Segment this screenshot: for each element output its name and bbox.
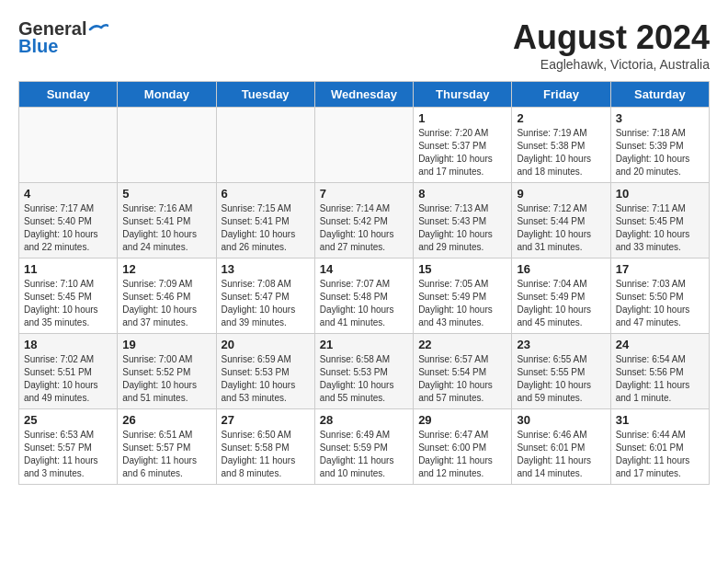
day-number: 11 bbox=[24, 262, 112, 276]
day-number: 16 bbox=[517, 262, 605, 276]
day-info: Sunrise: 6:55 AMSunset: 5:55 PMDaylight:… bbox=[517, 353, 605, 405]
day-cell: 11Sunrise: 7:10 AMSunset: 5:45 PMDayligh… bbox=[19, 259, 118, 334]
day-number: 28 bbox=[320, 413, 408, 427]
day-cell: 19Sunrise: 7:00 AMSunset: 5:52 PMDayligh… bbox=[118, 334, 216, 409]
day-cell: 14Sunrise: 7:07 AMSunset: 5:48 PMDayligh… bbox=[314, 259, 413, 334]
day-number: 3 bbox=[616, 111, 704, 125]
day-cell: 13Sunrise: 7:08 AMSunset: 5:47 PMDayligh… bbox=[216, 259, 314, 334]
day-cell: 22Sunrise: 6:57 AMSunset: 5:54 PMDayligh… bbox=[414, 334, 512, 409]
day-cell: 31Sunrise: 6:44 AMSunset: 6:01 PMDayligh… bbox=[610, 409, 709, 485]
week-row-1: 1Sunrise: 7:20 AMSunset: 5:37 PMDaylight… bbox=[19, 108, 710, 183]
day-number: 4 bbox=[24, 187, 112, 201]
col-header-monday: Monday bbox=[118, 82, 216, 108]
day-info: Sunrise: 6:58 AMSunset: 5:53 PMDaylight:… bbox=[320, 353, 408, 405]
week-row-2: 4Sunrise: 7:17 AMSunset: 5:40 PMDaylight… bbox=[19, 183, 710, 259]
day-number: 18 bbox=[24, 338, 112, 351]
day-number: 10 bbox=[616, 187, 704, 201]
day-number: 25 bbox=[24, 413, 112, 427]
day-number: 2 bbox=[517, 111, 605, 125]
day-info: Sunrise: 6:49 AMSunset: 5:59 PMDaylight:… bbox=[320, 429, 408, 480]
day-number: 15 bbox=[418, 262, 506, 276]
day-number: 1 bbox=[418, 111, 506, 125]
day-info: Sunrise: 6:59 AMSunset: 5:53 PMDaylight:… bbox=[222, 353, 310, 405]
day-cell: 1Sunrise: 7:20 AMSunset: 5:37 PMDaylight… bbox=[414, 108, 512, 183]
month-title: August 2024 bbox=[513, 18, 710, 57]
day-cell: 17Sunrise: 7:03 AMSunset: 5:50 PMDayligh… bbox=[610, 259, 709, 334]
day-cell: 30Sunrise: 6:46 AMSunset: 6:01 PMDayligh… bbox=[512, 409, 610, 485]
day-cell bbox=[118, 108, 216, 183]
col-header-sunday: Sunday bbox=[19, 82, 118, 108]
day-info: Sunrise: 7:03 AMSunset: 5:50 PMDaylight:… bbox=[616, 278, 704, 329]
day-number: 12 bbox=[122, 262, 210, 276]
day-number: 27 bbox=[222, 413, 310, 427]
day-cell: 4Sunrise: 7:17 AMSunset: 5:40 PMDaylight… bbox=[19, 183, 118, 259]
day-info: Sunrise: 6:47 AMSunset: 6:00 PMDaylight:… bbox=[418, 429, 506, 480]
location: Eaglehawk, Victoria, Australia bbox=[513, 57, 710, 72]
day-info: Sunrise: 7:04 AMSunset: 5:49 PMDaylight:… bbox=[517, 278, 605, 329]
day-number: 14 bbox=[320, 262, 408, 276]
day-info: Sunrise: 7:10 AMSunset: 5:45 PMDaylight:… bbox=[24, 278, 112, 329]
day-cell: 26Sunrise: 6:51 AMSunset: 5:57 PMDayligh… bbox=[118, 409, 216, 485]
calendar-table: SundayMondayTuesdayWednesdayThursdayFrid… bbox=[18, 81, 710, 485]
day-cell: 6Sunrise: 7:15 AMSunset: 5:41 PMDaylight… bbox=[216, 183, 314, 259]
day-cell: 16Sunrise: 7:04 AMSunset: 5:49 PMDayligh… bbox=[512, 259, 610, 334]
page-header: General Blue August 2024 Eaglehawk, Vict… bbox=[18, 18, 710, 72]
day-info: Sunrise: 7:00 AMSunset: 5:52 PMDaylight:… bbox=[122, 353, 210, 405]
logo-blue: Blue bbox=[18, 36, 58, 57]
day-info: Sunrise: 7:08 AMSunset: 5:47 PMDaylight:… bbox=[222, 278, 310, 329]
day-cell: 3Sunrise: 7:18 AMSunset: 5:39 PMDaylight… bbox=[610, 108, 709, 183]
day-info: Sunrise: 7:18 AMSunset: 5:39 PMDaylight:… bbox=[616, 127, 704, 178]
day-cell: 25Sunrise: 6:53 AMSunset: 5:57 PMDayligh… bbox=[19, 409, 118, 485]
day-info: Sunrise: 7:02 AMSunset: 5:51 PMDaylight:… bbox=[24, 353, 112, 405]
day-number: 22 bbox=[418, 338, 506, 351]
day-cell: 20Sunrise: 6:59 AMSunset: 5:53 PMDayligh… bbox=[216, 334, 314, 409]
day-number: 24 bbox=[616, 338, 704, 351]
day-info: Sunrise: 7:07 AMSunset: 5:48 PMDaylight:… bbox=[320, 278, 408, 329]
day-cell bbox=[314, 108, 413, 183]
day-info: Sunrise: 7:15 AMSunset: 5:41 PMDaylight:… bbox=[222, 202, 310, 254]
col-header-tuesday: Tuesday bbox=[216, 82, 314, 108]
day-info: Sunrise: 6:57 AMSunset: 5:54 PMDaylight:… bbox=[418, 353, 506, 405]
day-number: 7 bbox=[320, 187, 408, 201]
day-cell: 7Sunrise: 7:14 AMSunset: 5:42 PMDaylight… bbox=[314, 183, 413, 259]
day-number: 8 bbox=[418, 187, 506, 201]
day-info: Sunrise: 6:51 AMSunset: 5:57 PMDaylight:… bbox=[122, 429, 210, 480]
day-info: Sunrise: 7:14 AMSunset: 5:42 PMDaylight:… bbox=[320, 202, 408, 254]
week-row-3: 11Sunrise: 7:10 AMSunset: 5:45 PMDayligh… bbox=[19, 259, 710, 334]
day-info: Sunrise: 7:16 AMSunset: 5:41 PMDaylight:… bbox=[122, 202, 210, 254]
day-number: 6 bbox=[222, 187, 310, 201]
day-number: 21 bbox=[320, 338, 408, 351]
day-info: Sunrise: 7:20 AMSunset: 5:37 PMDaylight:… bbox=[418, 127, 506, 178]
day-info: Sunrise: 7:11 AMSunset: 5:45 PMDaylight:… bbox=[616, 202, 704, 254]
day-info: Sunrise: 7:17 AMSunset: 5:40 PMDaylight:… bbox=[24, 202, 112, 254]
day-number: 30 bbox=[517, 413, 605, 427]
day-cell: 23Sunrise: 6:55 AMSunset: 5:55 PMDayligh… bbox=[512, 334, 610, 409]
day-cell: 28Sunrise: 6:49 AMSunset: 5:59 PMDayligh… bbox=[314, 409, 413, 485]
day-number: 23 bbox=[517, 338, 605, 351]
day-cell: 21Sunrise: 6:58 AMSunset: 5:53 PMDayligh… bbox=[314, 334, 413, 409]
day-info: Sunrise: 6:50 AMSunset: 5:58 PMDaylight:… bbox=[222, 429, 310, 480]
day-cell: 15Sunrise: 7:05 AMSunset: 5:49 PMDayligh… bbox=[414, 259, 512, 334]
day-info: Sunrise: 7:12 AMSunset: 5:44 PMDaylight:… bbox=[517, 202, 605, 254]
day-info: Sunrise: 6:53 AMSunset: 5:57 PMDaylight:… bbox=[24, 429, 112, 480]
week-row-5: 25Sunrise: 6:53 AMSunset: 5:57 PMDayligh… bbox=[19, 409, 710, 485]
day-info: Sunrise: 7:09 AMSunset: 5:46 PMDaylight:… bbox=[122, 278, 210, 329]
day-info: Sunrise: 6:44 AMSunset: 6:01 PMDaylight:… bbox=[616, 429, 704, 480]
day-cell: 9Sunrise: 7:12 AMSunset: 5:44 PMDaylight… bbox=[512, 183, 610, 259]
day-number: 19 bbox=[122, 338, 210, 351]
col-header-wednesday: Wednesday bbox=[314, 82, 413, 108]
day-cell bbox=[19, 108, 118, 183]
day-cell: 5Sunrise: 7:16 AMSunset: 5:41 PMDaylight… bbox=[118, 183, 216, 259]
col-header-saturday: Saturday bbox=[610, 82, 709, 108]
day-cell bbox=[216, 108, 314, 183]
day-number: 26 bbox=[122, 413, 210, 427]
day-number: 20 bbox=[222, 338, 310, 351]
day-info: Sunrise: 7:05 AMSunset: 5:49 PMDaylight:… bbox=[418, 278, 506, 329]
day-cell: 29Sunrise: 6:47 AMSunset: 6:00 PMDayligh… bbox=[414, 409, 512, 485]
day-cell: 10Sunrise: 7:11 AMSunset: 5:45 PMDayligh… bbox=[610, 183, 709, 259]
day-cell: 27Sunrise: 6:50 AMSunset: 5:58 PMDayligh… bbox=[216, 409, 314, 485]
day-info: Sunrise: 7:19 AMSunset: 5:38 PMDaylight:… bbox=[517, 127, 605, 178]
day-cell: 12Sunrise: 7:09 AMSunset: 5:46 PMDayligh… bbox=[118, 259, 216, 334]
logo-bird-icon bbox=[88, 22, 108, 37]
day-info: Sunrise: 6:46 AMSunset: 6:01 PMDaylight:… bbox=[517, 429, 605, 480]
